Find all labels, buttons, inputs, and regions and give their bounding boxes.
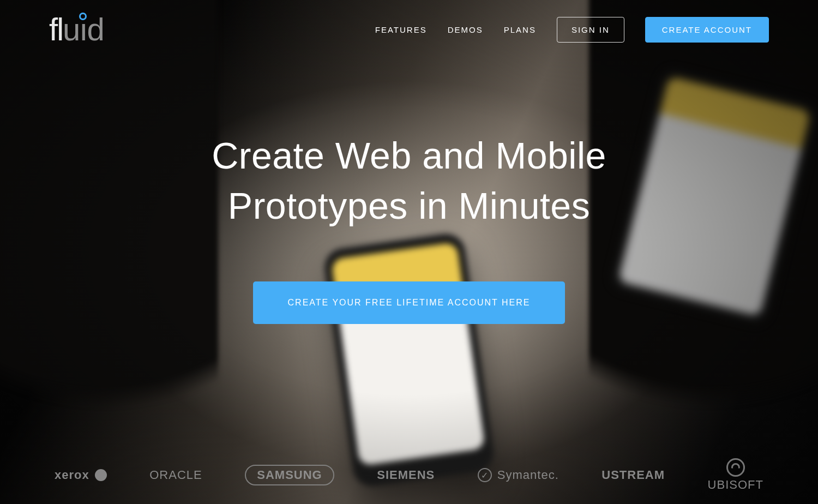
- check-circle-icon: ✓: [478, 468, 492, 482]
- sign-in-button[interactable]: SIGN IN: [557, 17, 624, 43]
- create-account-button[interactable]: CREATE ACCOUNT: [645, 17, 769, 43]
- hero: Create Web and Mobile Prototypes in Minu…: [0, 131, 818, 324]
- landing-page: fluıd FEATURES DEMOS PLANS SIGN IN CREAT…: [0, 0, 818, 504]
- brand-label: xerox: [55, 468, 89, 482]
- hero-cta-button[interactable]: CREATE YOUR FREE LIFETIME ACCOUNT HERE: [253, 281, 566, 324]
- ubisoft-swirl-icon: [726, 458, 745, 477]
- brand-label: Symantec.: [497, 468, 559, 482]
- brand-logo-siemens: SIEMENS: [377, 468, 435, 482]
- hero-headline: Create Web and Mobile Prototypes in Minu…: [147, 131, 671, 231]
- logo-dot-icon: [79, 13, 87, 20]
- brand-logo-xerox: xerox: [55, 468, 107, 482]
- xerox-ball-icon: [95, 469, 107, 481]
- brand-label: SAMSUNG: [257, 468, 322, 482]
- nav-link-features[interactable]: FEATURES: [375, 25, 427, 34]
- nav-link-plans[interactable]: PLANS: [504, 25, 536, 34]
- top-nav: fluıd FEATURES DEMOS PLANS SIGN IN CREAT…: [0, 0, 818, 49]
- brand-logo[interactable]: fluıd: [49, 14, 104, 45]
- nav-link-demos[interactable]: DEMOS: [448, 25, 483, 34]
- brand-logo-samsung: SAMSUNG: [245, 465, 334, 485]
- brand-label: ORACLE: [149, 468, 202, 482]
- brand-logo-ustream: USTREAM: [602, 468, 665, 482]
- brand-logo-ubisoft: UBISOFT: [708, 458, 763, 492]
- brand-label: USTREAM: [602, 468, 665, 482]
- brand-logo-symantec: ✓ Symantec.: [478, 468, 559, 482]
- brand-logo-oracle: ORACLE: [149, 468, 202, 482]
- nav-right: FEATURES DEMOS PLANS SIGN IN CREATE ACCO…: [375, 17, 769, 43]
- customer-logo-strip: xerox ORACLE SAMSUNG SIEMENS ✓ Symantec.…: [0, 458, 818, 492]
- brand-label: UBISOFT: [708, 478, 763, 492]
- brand-label: SIEMENS: [377, 468, 435, 482]
